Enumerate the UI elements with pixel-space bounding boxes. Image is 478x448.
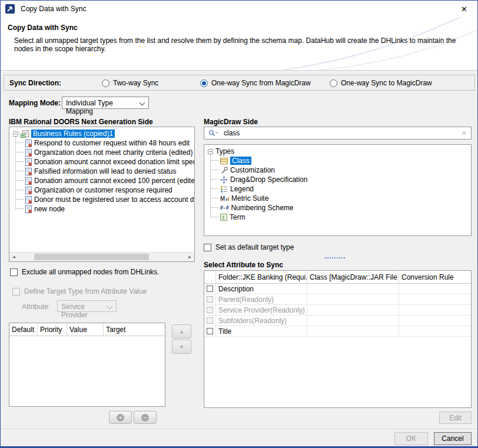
checkbox-icon[interactable] [207, 328, 213, 334]
add-row-button[interactable]: + [109, 411, 132, 424]
target-cell[interactable] [307, 326, 399, 336]
radio-icon[interactable] [330, 79, 337, 87]
row-checkbox-cell[interactable] [204, 326, 216, 336]
types-root-row[interactable]: − Types [208, 147, 234, 156]
type-item-term[interactable]: t Term [210, 213, 245, 222]
target-cell[interactable] [307, 284, 399, 294]
type-item-label[interactable]: Class [230, 157, 251, 165]
type-item-class[interactable]: Class [210, 156, 251, 165]
radio-icon-checked[interactable] [200, 79, 208, 87]
tree-item[interactable]: Respond to customer request within 48 ho… [15, 138, 190, 148]
row-checkbox-cell[interactable] [204, 305, 216, 315]
conversion-rule-cell[interactable] [399, 316, 471, 326]
close-button[interactable]: ✕ [451, 1, 477, 17]
tree-item[interactable]: Donor must be registered user to access … [15, 195, 194, 204]
type-item-dragdrop-specification[interactable]: Drag&Drop Specification [210, 175, 307, 184]
types-tree[interactable]: − Types Class Customization Drag&Drop Sp… [204, 144, 472, 236]
radio-one-way-to-magicdraw[interactable]: One-way Sync to MagicDraw [330, 78, 432, 88]
tree-item[interactable]: Organization does not meet charity crite… [15, 148, 192, 157]
move-up-button[interactable]: ▲ [172, 324, 191, 339]
tree-item[interactable]: new node [15, 204, 65, 214]
conversion-rule-cell[interactable] [399, 305, 471, 315]
type-item-legend[interactable]: Legend [210, 184, 254, 194]
radio-one-way-from-magicdraw[interactable]: One-way Sync from MagicDraw [200, 78, 311, 88]
conversion-rule-cell[interactable] [399, 284, 471, 294]
tree-item[interactable]: Falsified information will lead to denie… [15, 167, 176, 176]
tree-connector [210, 198, 218, 199]
checkbox-icon[interactable] [207, 307, 213, 313]
clear-search-icon[interactable]: ✕ [462, 130, 467, 137]
attribute-row-title[interactable]: Title [204, 326, 471, 337]
exclude-unmapped-checkbox[interactable]: Exclude all unmapped nodes from DHLinks. [10, 267, 159, 277]
attribute-name-cell[interactable]: Description [216, 284, 307, 294]
column-header[interactable]: Class [MagicDraw::JAR File ... [307, 271, 399, 283]
scroll-left-icon[interactable]: ◄ [9, 253, 18, 261]
set-default-target-checkbox[interactable]: Set as default target type [204, 243, 294, 252]
radio-label: One-way Sync from MagicDraw [211, 79, 311, 87]
horizontal-scrollbar[interactable]: ◄ ► [9, 252, 194, 261]
tree-item[interactable]: Organization or customer response requir… [15, 185, 172, 195]
type-item-customization[interactable]: Customization [210, 165, 275, 175]
mapping-mode-value: Individual Type Mapping [66, 99, 113, 115]
cancel-button[interactable]: Cancel [434, 432, 472, 445]
attribute-row-parent[interactable]: Parent(Readonly) [204, 294, 471, 305]
checkbox-icon[interactable] [207, 286, 213, 292]
column-header[interactable]: Priority [38, 323, 67, 336]
collapse-icon[interactable]: − [13, 131, 18, 137]
column-header[interactable]: Target [104, 323, 165, 336]
tree-item[interactable]: Donation amount cannot exceed donation l… [15, 157, 195, 167]
mapping-mode-combobox[interactable]: Individual Type Mapping [62, 97, 149, 109]
checkbox-icon[interactable] [10, 268, 18, 276]
row-checkbox-cell[interactable] [204, 316, 216, 326]
attribute-row-subfolders[interactable]: Subfolders(Readonly) [204, 316, 471, 326]
tree-item[interactable]: Donation amount cannot exceed 100 percen… [15, 176, 195, 185]
checkbox-icon[interactable] [207, 317, 213, 324]
type-search-field[interactable]: ✕ [204, 127, 472, 140]
attribute-row-description[interactable]: Description [204, 284, 471, 294]
scroll-right-icon[interactable]: ► [185, 253, 194, 261]
scrollbar-thumb[interactable] [34, 254, 149, 260]
row-checkbox-cell[interactable] [204, 294, 216, 304]
type-item-label: Customization [230, 166, 275, 174]
target-cell[interactable] [307, 305, 399, 315]
radio-two-way-sync[interactable]: Two-way Sync [102, 78, 158, 88]
type-item-metric-suite[interactable]: M Metric Suite [210, 194, 268, 203]
target-cell[interactable] [307, 294, 399, 304]
attribute-sync-table[interactable]: Folder::JKE Banking (Requi... Class [Mag… [204, 270, 472, 408]
target-cell[interactable] [307, 316, 399, 326]
tree-root-label[interactable]: Business Rules (copied)1 [31, 130, 115, 138]
attribute-name-cell[interactable]: Service Provider(Readonly) [216, 305, 307, 315]
column-header[interactable]: Default [9, 323, 38, 336]
move-down-button[interactable]: ▼ [172, 340, 191, 354]
collapse-icon[interactable]: − [208, 149, 213, 154]
column-header[interactable]: Folder::JKE Banking (Requi... [216, 271, 307, 283]
search-input[interactable] [224, 129, 459, 137]
conversion-rule-cell[interactable] [399, 326, 471, 336]
remove-row-button[interactable]: − [134, 411, 157, 424]
row-checkbox-cell[interactable] [204, 284, 216, 294]
tree-connector [210, 179, 218, 180]
type-item-numbering-scheme[interactable]: #-# Numbering Scheme [210, 203, 294, 213]
value-mapping-table[interactable]: Default Priority Value Target [9, 323, 165, 407]
doors-tree[interactable]: − Business Rules (copied)1 Respond to cu… [9, 127, 195, 262]
tree-item-label: Organization does not meet charity crite… [34, 148, 192, 157]
title-bar[interactable]: Copy Data with Sync [1, 1, 477, 17]
attribute-name-cell[interactable]: Title [216, 326, 307, 336]
tree-root-row[interactable]: − Business Rules (copied)1 [13, 129, 115, 138]
conversion-rule-cell[interactable] [399, 294, 471, 304]
checkbox-icon[interactable] [12, 288, 20, 296]
define-target-type-checkbox[interactable]: Define Target Type from Attribute Value [12, 287, 147, 296]
checkbox-icon[interactable] [204, 244, 211, 251]
radio-icon[interactable] [102, 79, 109, 87]
edit-button[interactable]: Edit [439, 412, 472, 424]
splitter-handle[interactable] [325, 257, 345, 258]
svg-text:M: M [220, 195, 225, 202]
checkbox-icon[interactable] [207, 296, 213, 303]
attribute-combobox[interactable]: Service Provider [57, 300, 117, 312]
ok-button[interactable]: OK [394, 432, 428, 445]
attribute-row-service-provider[interactable]: Service Provider(Readonly) [204, 305, 471, 316]
attribute-name-cell[interactable]: Parent(Readonly) [216, 294, 307, 304]
column-header[interactable]: Value [67, 323, 104, 336]
column-header[interactable]: Conversion Rule [399, 271, 471, 283]
attribute-name-cell[interactable]: Subfolders(Readonly) [216, 316, 307, 326]
